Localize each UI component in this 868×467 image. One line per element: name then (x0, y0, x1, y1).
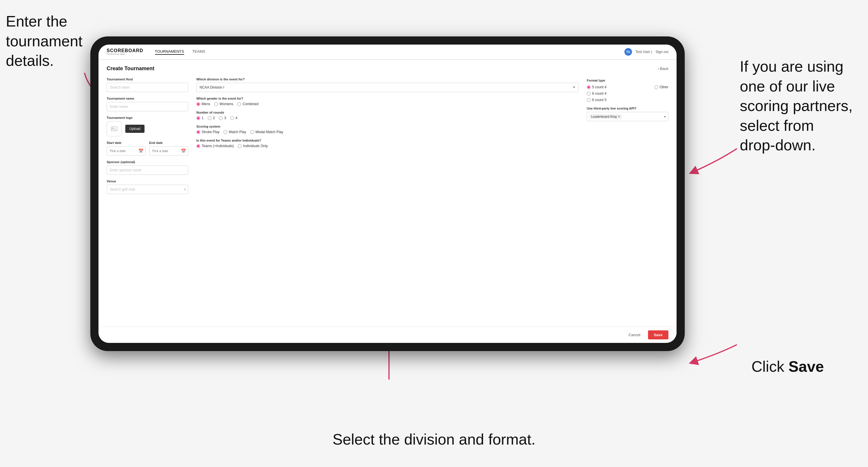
gender-combined-radio[interactable] (237, 102, 241, 106)
scoring-stroke-radio[interactable] (196, 130, 200, 134)
nav-links: TOURNAMENTS TEAMS (155, 49, 206, 55)
user-name: Test User | (636, 50, 652, 54)
scoring-stroke[interactable]: Stroke Play (196, 130, 219, 134)
rounds-4[interactable]: 4 (230, 116, 238, 120)
nav-teams[interactable]: TEAMS (192, 49, 206, 55)
teams-label: Is this event for Teams and/or Individua… (196, 139, 579, 142)
image-icon (111, 126, 117, 132)
individuals-only[interactable]: Individuals Only (238, 144, 268, 148)
tournament-host-label: Tournament Host (106, 77, 188, 81)
gender-womens[interactable]: Womens (214, 102, 233, 106)
form-col-middle: Which division is the event for? NCAA Di… (196, 77, 579, 194)
logo-placeholder (106, 121, 122, 136)
venue-select[interactable]: Search golf club (106, 185, 188, 194)
navbar: SCOREBOARD Powered by clippi TOURNAMENTS… (98, 44, 677, 60)
start-date-label: Start date (106, 141, 146, 145)
tournament-name-input[interactable] (106, 102, 188, 111)
end-date-label: End date (149, 141, 188, 145)
rounds-2-radio[interactable] (208, 116, 212, 120)
format-group: Format type 5 count 4 6 count 4 (587, 77, 669, 102)
tag-chevron-icon[interactable]: ▾ (664, 115, 666, 119)
save-button[interactable]: Save (648, 330, 669, 339)
format-5count4[interactable]: 5 count 4 (587, 85, 606, 89)
rounds-2[interactable]: 2 (208, 116, 215, 120)
signout-link[interactable]: Sign out (656, 50, 669, 54)
individuals-radio[interactable] (238, 144, 242, 148)
gender-mens[interactable]: Mens (196, 102, 210, 106)
user-avatar: TU (624, 48, 632, 56)
format-6count5[interactable]: 6 count 5 (587, 98, 606, 102)
brand-sub: Powered by clippi (106, 53, 143, 55)
end-date-input[interactable] (149, 146, 188, 156)
navbar-left: SCOREBOARD Powered by clippi TOURNAMENTS… (106, 49, 206, 55)
format-other-radio[interactable] (654, 85, 658, 89)
arrow-topright (684, 143, 743, 178)
nav-tournaments[interactable]: TOURNAMENTS (155, 49, 184, 55)
venue-group: Venue Search golf club ▾ (106, 180, 188, 194)
third-party-select[interactable]: Leaderboard King ✕ ▾ (587, 112, 669, 121)
date-row: Start date 📅 End date 📅 (106, 141, 188, 156)
form-layout: Tournament Host Tournament name Tourname… (106, 77, 669, 194)
sponsor-group: Sponsor (optional) (106, 160, 188, 175)
tag-close-icon[interactable]: ✕ (618, 115, 620, 118)
division-select[interactable]: NCAA Division I (196, 83, 579, 92)
gender-group: Which gender is the event for? Mens Wome… (196, 97, 579, 106)
rounds-label: Number of rounds (196, 111, 579, 114)
tournament-logo-label: Tournament logo (106, 116, 188, 119)
format-6count4-radio[interactable] (587, 92, 591, 96)
format-label: Format type (587, 79, 605, 82)
brand-title: SCOREBOARD (106, 49, 143, 53)
teams-plus-radio[interactable] (196, 144, 200, 148)
scoring-radio-group: Stroke Play Match Play Medal Match Play (196, 130, 579, 134)
gender-radio-group: Mens Womens Combined (196, 102, 579, 106)
scoring-medal-radio[interactable] (250, 130, 254, 134)
rounds-3[interactable]: 3 (219, 116, 226, 120)
tournament-name-group: Tournament name (106, 97, 188, 111)
page-content: Create Tournament ‹ Back Tournament Host… (98, 60, 677, 326)
rounds-3-radio[interactable] (219, 116, 223, 120)
page-footer: Cancel Save (98, 326, 677, 343)
venue-select-wrapper: Search golf club ▾ (106, 185, 188, 194)
gender-combined[interactable]: Combined (237, 102, 258, 106)
format-5count4-radio[interactable] (587, 85, 591, 89)
tournament-host-group: Tournament Host (106, 77, 188, 92)
rounds-1[interactable]: 1 (196, 116, 204, 120)
brand: SCOREBOARD Powered by clippi (106, 49, 143, 55)
start-date-wrapper: 📅 (106, 146, 146, 156)
tablet-screen: SCOREBOARD Powered by clippi TOURNAMENTS… (98, 44, 677, 343)
scoring-match[interactable]: Match Play (223, 130, 246, 134)
logo-upload-area: Upload (106, 121, 188, 136)
rounds-radio-group: 1 2 3 4 (196, 116, 579, 120)
format-6count4[interactable]: 6 count 4 (587, 91, 606, 96)
rounds-group: Number of rounds 1 2 3 (196, 111, 579, 120)
form-col-right: Format type 5 count 4 6 count 4 (587, 77, 669, 194)
start-date-input[interactable] (106, 146, 146, 156)
selected-api-tag: Leaderboard King ✕ (589, 114, 622, 119)
scoring-match-radio[interactable] (223, 130, 227, 134)
sponsor-input[interactable] (106, 165, 188, 175)
third-party-group: Use third-party live scoring API? Leader… (587, 106, 669, 121)
form-col-left: Tournament Host Tournament name Tourname… (106, 77, 188, 194)
scoring-group: Scoring system Stroke Play Match Play Me… (196, 125, 579, 134)
annotation-bottomright: Click Save (751, 357, 862, 377)
start-date-group: Start date 📅 (106, 141, 146, 156)
teams-radio-group: Teams (+Individuals) Individuals Only (196, 144, 579, 148)
cancel-button[interactable]: Cancel (624, 330, 645, 339)
tablet-frame: SCOREBOARD Powered by clippi TOURNAMENTS… (90, 36, 685, 351)
gender-womens-radio[interactable] (214, 102, 218, 106)
scoring-medal[interactable]: Medal Match Play (250, 130, 283, 134)
tournament-host-input[interactable] (106, 83, 188, 92)
gender-mens-radio[interactable] (196, 102, 200, 106)
format-other[interactable]: Other (654, 85, 669, 89)
format-6count5-radio[interactable] (587, 98, 591, 102)
back-link[interactable]: ‹ Back (658, 66, 669, 71)
upload-button[interactable]: Upload (125, 125, 145, 133)
division-group: Which division is the event for? NCAA Di… (196, 77, 579, 92)
teams-plus-individuals[interactable]: Teams (+Individuals) (196, 144, 234, 148)
rounds-4-radio[interactable] (230, 116, 234, 120)
rounds-1-radio[interactable] (196, 116, 200, 120)
annotation-bottom: Select the division and format. (333, 430, 535, 449)
tournament-logo-group: Tournament logo Upload (106, 116, 188, 136)
page-title: Create Tournament (106, 66, 154, 72)
annotation-topright: If you are using one of our live scoring… (740, 57, 862, 155)
